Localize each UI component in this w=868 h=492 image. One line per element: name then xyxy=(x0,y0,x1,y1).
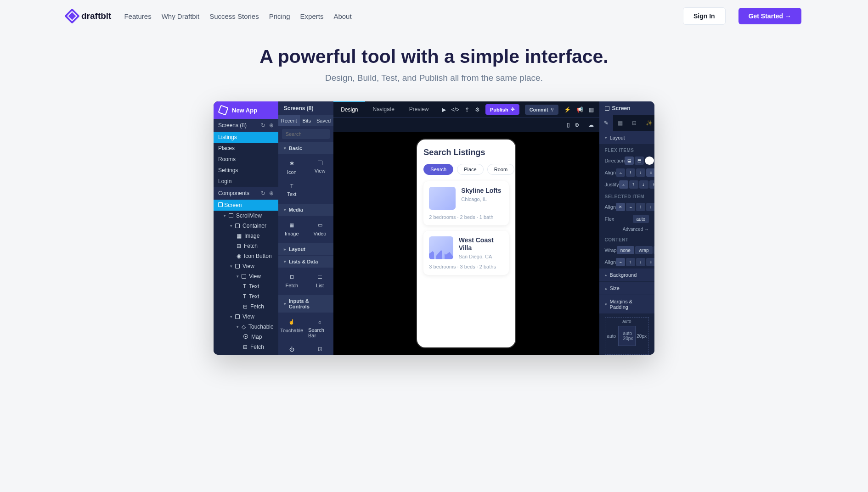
tree-image[interactable]: ▦Image xyxy=(214,231,278,241)
group-layout[interactable]: ▸Layout xyxy=(278,243,333,255)
cloud-icon[interactable]: ☁ xyxy=(588,122,594,128)
pal-view[interactable]: View xyxy=(306,157,333,179)
pal-text[interactable]: TText xyxy=(278,179,305,201)
screen-places[interactable]: Places xyxy=(214,143,278,154)
pal-switch[interactable]: ⏻Switch xyxy=(278,343,305,355)
tree-fetch-3[interactable]: ⊟Fetch xyxy=(214,342,278,352)
screen-rooms[interactable]: Rooms xyxy=(214,154,278,165)
tree-view-3[interactable]: ▾View xyxy=(214,312,278,322)
phone-icon[interactable]: ▯ xyxy=(567,122,570,128)
tree-fetch-2[interactable]: ⊟Fetch xyxy=(214,302,278,312)
pal-searchbar[interactable]: ⌕Search Bar xyxy=(306,315,333,342)
calign-end[interactable]: ⫰ xyxy=(636,258,645,266)
align-center[interactable]: ⫯ xyxy=(626,168,635,177)
alignself-start[interactable]: ⫠ xyxy=(626,203,635,211)
group-media[interactable]: ▾Media xyxy=(278,204,333,216)
getstarted-button[interactable]: Get Started → xyxy=(738,8,801,24)
tab-style[interactable]: ✎ xyxy=(599,115,613,131)
add-icon[interactable]: ⊕ xyxy=(269,122,274,129)
tree-container[interactable]: ▾Container xyxy=(214,221,278,231)
tab-data[interactable]: ⊟ xyxy=(627,115,641,131)
calign-between[interactable]: ⫲ xyxy=(646,258,654,266)
globe-icon[interactable]: ⊕ xyxy=(575,122,579,128)
alignself-end[interactable]: ⫰ xyxy=(646,203,654,211)
group-size[interactable]: ▴Size xyxy=(599,282,654,295)
align-start[interactable]: ⫠ xyxy=(616,168,625,177)
group-inputs[interactable]: ▾Inputs & Controls xyxy=(278,295,333,313)
chip-room[interactable]: Room xyxy=(487,164,514,175)
calign-center[interactable]: ⫯ xyxy=(626,258,635,266)
tab-layout[interactable]: ▦ xyxy=(613,115,627,131)
share-icon[interactable]: ⇪ xyxy=(465,106,469,113)
tree-iconbutton[interactable]: ◉Icon Button xyxy=(214,251,278,261)
commit-button[interactable]: Commit ⑂ xyxy=(525,105,558,115)
tree-map[interactable]: ⦿Map xyxy=(214,332,278,342)
tree-text[interactable]: TText xyxy=(214,281,278,291)
megaphone-icon[interactable]: 📢 xyxy=(576,106,583,113)
alignself-center[interactable]: ⫯ xyxy=(636,203,645,211)
group-basic[interactable]: ▾Basic xyxy=(278,142,333,154)
signin-button[interactable]: Sign In xyxy=(683,7,726,25)
play-icon[interactable]: ▶ xyxy=(442,106,446,113)
reverse-toggle[interactable] xyxy=(645,157,654,165)
tree-view-4[interactable]: ▾View xyxy=(214,352,278,355)
tab-magic[interactable]: ✨ xyxy=(641,115,654,131)
nav-why[interactable]: Why Draftbit xyxy=(162,12,200,20)
refresh-icon[interactable]: ↻ xyxy=(261,190,265,196)
flex-auto[interactable]: auto xyxy=(633,215,649,223)
group-layout[interactable]: ▾Layout xyxy=(599,131,654,144)
book-icon[interactable]: ▥ xyxy=(589,106,594,113)
justify-between[interactable]: ⫲ xyxy=(649,180,654,189)
tree-text-2[interactable]: TText xyxy=(214,291,278,302)
nav-about[interactable]: About xyxy=(333,12,351,20)
tab-navigate[interactable]: Navigate xyxy=(365,101,401,117)
wrap-reverse[interactable]: reverse xyxy=(654,246,654,254)
pal-image[interactable]: ▦Image xyxy=(278,218,305,240)
tab-recent[interactable]: Recent xyxy=(278,115,300,126)
nav-features[interactable]: Features xyxy=(124,12,151,20)
pal-fetch[interactable]: ⊟Fetch xyxy=(278,270,305,292)
tree-screen[interactable]: Screen xyxy=(214,200,278,211)
tab-design[interactable]: Design xyxy=(333,101,365,117)
add-icon[interactable]: ⊕ xyxy=(269,190,274,196)
palette-search[interactable] xyxy=(282,129,330,139)
wrap-none[interactable]: none xyxy=(617,246,634,254)
listing-card[interactable]: Skyline Lofts Chicago, IL 2 bedrooms · 2… xyxy=(423,181,509,225)
dir-row[interactable]: ⬓ xyxy=(625,157,634,165)
justify-center[interactable]: ⫯ xyxy=(629,180,638,189)
tree-view[interactable]: ▾View xyxy=(214,261,278,271)
tree-fetch[interactable]: ⊟Fetch xyxy=(214,241,278,251)
pal-touchable[interactable]: ☝Touchable xyxy=(278,315,305,342)
screen-login[interactable]: Login xyxy=(214,176,278,187)
group-margins[interactable]: ▾Margins & Padding xyxy=(599,295,654,313)
nav-experts[interactable]: Experts xyxy=(300,12,324,20)
app-header[interactable]: New App xyxy=(214,101,278,119)
justify-start[interactable]: ⫠ xyxy=(619,180,628,189)
margin-box[interactable]: auto auto 20px auto 20px xyxy=(605,317,649,355)
pal-list[interactable]: ☰List xyxy=(306,270,333,292)
bolt-icon[interactable]: ⚡ xyxy=(564,106,571,113)
pal-checkbox[interactable]: ☑Checkbox xyxy=(306,343,333,355)
pal-video[interactable]: ▭Video xyxy=(306,218,333,240)
pal-icon[interactable]: ✱Icon xyxy=(278,157,305,179)
calign-start[interactable]: ⫠ xyxy=(616,258,625,266)
nav-stories[interactable]: Success Stories xyxy=(209,12,259,20)
dir-col[interactable]: ⬒ xyxy=(635,157,644,165)
align-stretch[interactable]: ≡ xyxy=(646,168,654,177)
listing-card[interactable]: West Coast Villa San Diego, CA 3 bedroom… xyxy=(423,231,509,275)
nav-pricing[interactable]: Pricing xyxy=(269,12,290,20)
publish-button[interactable]: Publish ✈ xyxy=(485,104,519,115)
chip-search[interactable]: Search xyxy=(423,164,453,175)
align-end[interactable]: ⫰ xyxy=(636,168,645,177)
tree-scrollview[interactable]: ▾ScrollView xyxy=(214,211,278,221)
wrap-wrap[interactable]: wrap xyxy=(635,246,653,254)
code-icon[interactable]: </> xyxy=(451,106,459,113)
logo[interactable]: draftbit xyxy=(67,11,111,22)
screen-listings[interactable]: Listings xyxy=(214,132,278,143)
tab-bits[interactable]: Bits xyxy=(300,115,314,126)
group-background[interactable]: ▴Background xyxy=(599,268,654,281)
refresh-icon[interactable]: ↻ xyxy=(261,122,265,129)
tab-saved[interactable]: Saved xyxy=(314,115,333,126)
group-lists[interactable]: ▾Lists & Data xyxy=(278,256,333,268)
gear-icon[interactable]: ⚙ xyxy=(475,106,480,113)
